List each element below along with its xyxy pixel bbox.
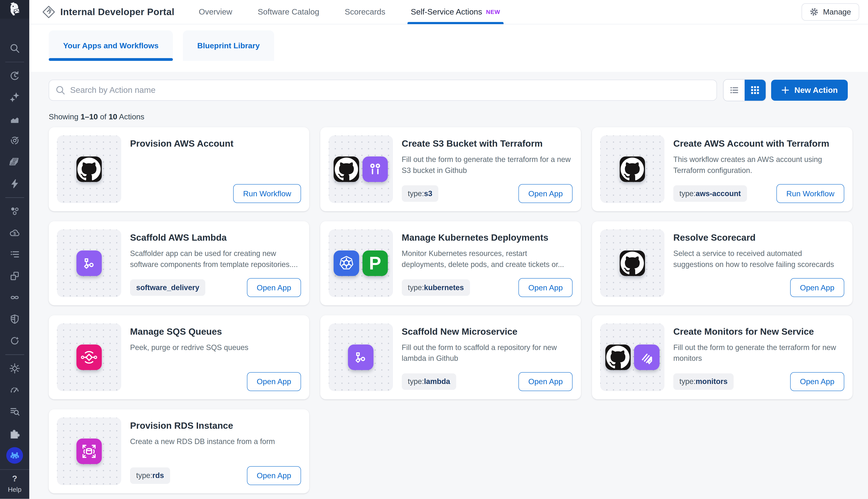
action-type-chip: type:rds — [130, 467, 170, 484]
log-explorer-icon[interactable] — [6, 403, 23, 420]
action-card-body: Scaffold AWS Lambda Scaffolder app can b… — [130, 221, 309, 270]
list-view-button[interactable] — [724, 80, 745, 101]
action-icons — [76, 251, 102, 276]
datadog-sidebar: $ ? Help — [0, 0, 29, 499]
copilot-icon[interactable] — [6, 89, 23, 106]
action-card[interactable]: P Manage Kubernetes Deployments Monitor … — [320, 221, 581, 305]
github-icon — [334, 157, 359, 182]
action-icon-panel: P — [329, 230, 393, 297]
error-tracking-icon[interactable] — [6, 360, 23, 377]
action-button[interactable]: Run Workflow — [233, 184, 301, 203]
action-icons — [605, 344, 659, 370]
nav-item-software-catalog[interactable]: Software Catalog — [258, 0, 319, 24]
action-card[interactable]: Create S3 Bucket with Terraform Fill out… — [320, 127, 581, 211]
profiling-icon[interactable] — [6, 381, 23, 398]
user-avatar[interactable] — [6, 447, 23, 464]
actions-content: New Action Showing 1–10 of 10 Actions Pr… — [29, 72, 868, 499]
action-card-body: Scaffold New Microservice Fill out the f… — [402, 315, 581, 364]
nav-item-self-service-actions[interactable]: Self-Service Actions NEW — [411, 0, 500, 24]
action-icon-panel — [600, 230, 664, 297]
action-card[interactable]: Create AWS Account with Terraform This w… — [592, 127, 853, 211]
action-button[interactable]: Open App — [790, 278, 844, 297]
action-type-chip: type:lambda — [402, 373, 456, 390]
action-button[interactable]: Open App — [247, 278, 301, 297]
service-management-icon[interactable] — [6, 132, 23, 149]
software-catalog-icon[interactable] — [6, 268, 23, 284]
grid-icon — [750, 85, 760, 95]
recents-icon[interactable] — [6, 68, 23, 84]
actions-toolbar: New Action — [49, 80, 853, 101]
action-icons — [76, 344, 102, 370]
nav-item-scorecards[interactable]: Scorecards — [345, 0, 385, 24]
action-card-footer: type:rds Open App — [130, 466, 301, 485]
action-title: Scaffold AWS Lambda — [130, 232, 300, 243]
action-button[interactable]: Open App — [519, 184, 572, 203]
logs-icon[interactable] — [6, 246, 23, 263]
main-nav: Overview Software Catalog Scorecards Sel… — [199, 0, 500, 24]
action-card[interactable]: Resolve Scorecard Select a service to re… — [592, 221, 853, 305]
manage-button[interactable]: Manage — [801, 3, 859, 21]
action-icon-panel — [57, 230, 121, 297]
svg-text:$: $ — [13, 231, 16, 235]
action-card-body: Create S3 Bucket with Terraform Fill out… — [402, 127, 581, 176]
integrations-icon[interactable] — [6, 425, 23, 441]
action-title: Create Monitors for New Service — [673, 326, 844, 337]
quality-icon[interactable] — [6, 332, 23, 349]
action-type-chip: type:aws-account — [673, 185, 747, 202]
action-card[interactable]: Scaffold New Microservice Fill out the f… — [320, 315, 581, 399]
search-wrap — [49, 80, 717, 101]
datadog-logo[interactable] — [0, 0, 29, 19]
action-card[interactable]: Provision RDS Instance Create a new RDS … — [49, 409, 309, 493]
grid-view-button[interactable] — [745, 80, 766, 101]
action-card[interactable]: Scaffold AWS Lambda Scaffolder app can b… — [49, 221, 309, 305]
action-card[interactable]: Provision AWS Account Run Workflow — [49, 127, 309, 211]
dashboards-icon[interactable] — [6, 154, 23, 171]
results-range: 1–10 — [81, 112, 98, 121]
action-type-chip: type:monitors — [673, 373, 734, 390]
action-button[interactable]: Open App — [519, 278, 572, 297]
list-icon — [729, 85, 739, 95]
action-icon-panel — [57, 135, 121, 203]
action-card[interactable]: Manage SQS Queues Peek, purge or redrive… — [49, 315, 309, 399]
sidebar-divider — [5, 62, 24, 62]
action-button[interactable]: Open App — [519, 372, 572, 391]
metrics-icon[interactable] — [6, 111, 23, 127]
scaffolder-icon — [76, 251, 102, 276]
view-toggle — [724, 80, 766, 101]
cloud-cost-icon[interactable]: $ — [6, 224, 23, 241]
action-button[interactable]: Open App — [247, 466, 301, 485]
action-type-chip: software_delivery — [130, 279, 205, 296]
nav-item-overview[interactable]: Overview — [199, 0, 232, 24]
search-input[interactable] — [49, 80, 717, 101]
tab-blueprint-library[interactable]: Blueprint Library — [183, 31, 274, 61]
new-action-button[interactable]: New Action — [771, 80, 848, 101]
action-button[interactable]: Open App — [790, 372, 844, 391]
action-description: Scaffolder app can be used for creating … — [130, 248, 300, 270]
action-card-body: Create Monitors for New Service Fill out… — [673, 315, 853, 364]
action-icon-panel — [57, 417, 121, 485]
form-icon — [362, 157, 388, 182]
monitors-icon — [634, 344, 659, 370]
action-button[interactable]: Run Workflow — [776, 184, 844, 203]
search-icon[interactable] — [6, 40, 23, 57]
action-icons: P — [334, 251, 388, 276]
active-tab-underline — [49, 58, 173, 61]
help-section[interactable]: ? Help — [0, 470, 29, 499]
action-card[interactable]: Create Monitors for New Service Fill out… — [592, 315, 853, 399]
action-type-chip: type:s3 — [402, 185, 439, 202]
action-card-body: Provision RDS Instance Create a new RDS … — [130, 409, 309, 447]
action-button[interactable]: Open App — [247, 372, 301, 391]
action-title: Manage Kubernetes Deployments — [402, 232, 572, 243]
cicd-icon[interactable] — [6, 289, 23, 306]
gear-icon — [810, 8, 819, 16]
action-card-footer: type:kubernetes Open App — [402, 278, 573, 297]
action-card-footer: type:lambda Open App — [402, 372, 573, 391]
infrastructure-icon[interactable] — [6, 203, 23, 220]
security-icon[interactable] — [6, 311, 23, 328]
actions-icon[interactable] — [6, 175, 23, 192]
action-description: Fill out the form to generate the terraf… — [402, 154, 572, 176]
tab-your-apps-and-workflows[interactable]: Your Apps and Workflows — [49, 31, 173, 61]
app-header: Internal Developer Portal Overview Softw… — [29, 0, 868, 24]
page-title: Internal Developer Portal — [60, 7, 175, 17]
action-description: Fill out the form to scaffold a reposito… — [402, 342, 572, 364]
